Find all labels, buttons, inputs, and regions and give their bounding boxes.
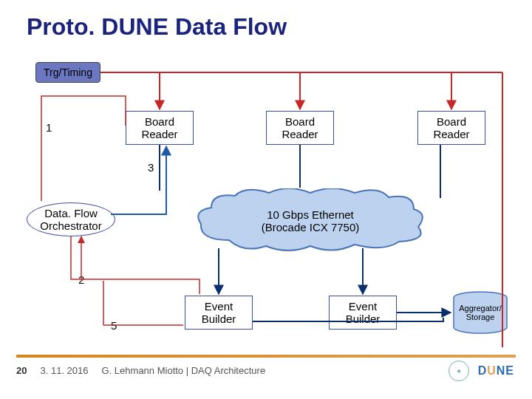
footer-logos: ✦ DUNE <box>449 361 514 381</box>
footer-credit: G. Lehmann Miotto | DAQ Architecture <box>102 365 266 376</box>
footer-date: 3. 11. 2016 <box>40 365 88 376</box>
ethernet-cloud: 10 Gbps Ethernet(Brocade ICX 7750) <box>192 188 429 253</box>
dune-logo: DUNE <box>478 364 514 378</box>
flow-marker-2: 2 <box>78 273 84 286</box>
event-builder-1: EventBuilder <box>185 296 253 330</box>
footer-divider <box>16 355 516 358</box>
dataflow-orchestrator: Data. FlowOrchestrator <box>27 202 115 236</box>
flow-marker-1: 1 <box>46 121 52 134</box>
svg-point-0 <box>454 292 507 304</box>
ethernet-label: 10 Gbps Ethernet(Brocade ICX 7750) <box>262 208 360 233</box>
board-reader-3: BoardReader <box>417 111 485 145</box>
footer: 20 3. 11. 2016 G. Lehmann Miotto | DAQ A… <box>16 365 265 376</box>
page-number: 20 <box>16 365 27 376</box>
flow-marker-5: 5 <box>111 319 117 332</box>
event-builder-2: EventBuilder <box>329 296 397 330</box>
board-reader-2: BoardReader <box>266 111 334 145</box>
fermilab-logo: ✦ <box>449 361 469 381</box>
flow-marker-3: 3 <box>148 161 154 174</box>
page-title: Proto. DUNE Data Flow <box>27 13 287 41</box>
storage-label: Aggregator/Storage <box>459 304 501 321</box>
trg-timing-box: Trg/Timing <box>35 62 100 83</box>
aggregator-storage: Aggregator/Storage <box>452 291 508 334</box>
board-reader-1: BoardReader <box>126 111 194 145</box>
